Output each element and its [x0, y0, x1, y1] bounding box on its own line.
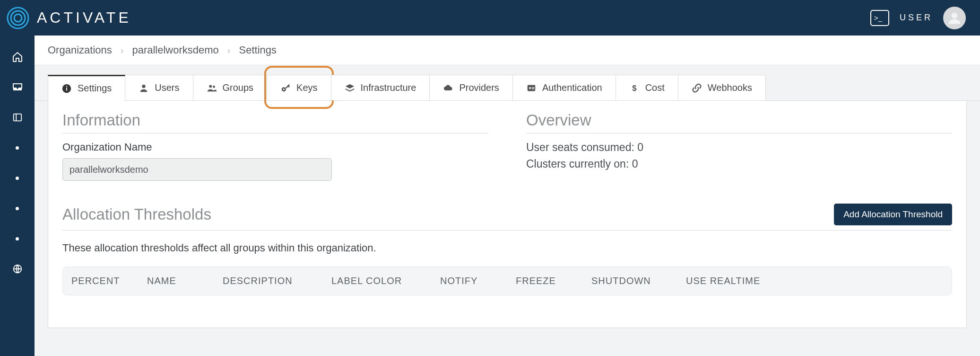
- group-icon: [207, 83, 217, 93]
- tab-label: Users: [155, 82, 179, 93]
- tab-label: Keys: [296, 82, 317, 93]
- tab-label: Providers: [459, 82, 499, 93]
- alloc-header: Allocation Thresholds Add Allocation Thr…: [62, 204, 952, 231]
- col-label-color: LABEL COLOR: [331, 276, 440, 286]
- link-icon: [692, 83, 702, 93]
- svg-point-12: [213, 85, 215, 88]
- dollar-icon: $: [629, 83, 640, 93]
- svg-point-10: [142, 84, 146, 88]
- terminal-button[interactable]: >_: [870, 10, 889, 26]
- home-icon[interactable]: [10, 50, 25, 64]
- col-percent: PERCENT: [71, 276, 147, 286]
- information-heading: Information: [62, 111, 488, 134]
- breadcrumb-settings[interactable]: Settings: [239, 44, 277, 56]
- brand-logo-icon: [7, 7, 29, 29]
- topbar: ACTIVATE >_ USER: [0, 0, 980, 36]
- badge-icon: [526, 83, 537, 93]
- layers-icon: [345, 83, 355, 93]
- cloud-icon: [443, 83, 453, 93]
- info-icon: [61, 83, 72, 94]
- svg-rect-15: [528, 85, 536, 91]
- tab-webhooks[interactable]: Webhooks: [678, 75, 766, 100]
- svg-point-16: [529, 87, 531, 89]
- tab-label: Groups: [223, 82, 254, 93]
- tab-label: Cost: [645, 82, 665, 93]
- tab-label: Settings: [78, 83, 112, 94]
- tab-cost[interactable]: $ Cost: [616, 75, 678, 100]
- svg-point-14: [283, 89, 285, 90]
- col-name: NAME: [147, 276, 223, 286]
- overview-seats-value: 0: [637, 141, 643, 153]
- breadcrumb-org[interactable]: parallelworksdemo: [132, 44, 218, 56]
- chevron-right-icon: ›: [227, 45, 231, 56]
- sidebar-dot-3[interactable]: [10, 201, 25, 215]
- col-use-realtime: USE REALTIME: [686, 276, 781, 286]
- svg-rect-18: [532, 88, 535, 89]
- svg-rect-8: [66, 88, 67, 90]
- tab-label: Webhooks: [708, 82, 752, 93]
- inbox-icon[interactable]: [10, 80, 25, 94]
- svg-point-11: [209, 85, 212, 88]
- sidebar: [0, 36, 35, 356]
- tab-label: Authentication: [542, 82, 602, 93]
- col-description: DESCRIPTION: [223, 276, 331, 286]
- svg-rect-4: [13, 114, 21, 121]
- org-name-input[interactable]: [62, 158, 332, 181]
- user-icon: [139, 83, 149, 93]
- panel-icon[interactable]: [10, 110, 25, 125]
- tab-groups[interactable]: Groups: [193, 75, 268, 100]
- overview-heading: Overview: [526, 111, 952, 134]
- tab-settings[interactable]: Settings: [48, 75, 125, 101]
- tab-label: Infrastructure: [361, 82, 416, 93]
- tab-infrastructure[interactable]: Infrastructure: [331, 75, 430, 100]
- sidebar-dot-4[interactable]: [10, 231, 25, 246]
- avatar-icon: [947, 11, 962, 25]
- tabs: Settings Users Groups Keys Infrastructur…: [35, 65, 980, 101]
- alloc-heading: Allocation Thresholds: [62, 205, 211, 223]
- svg-rect-17: [532, 87, 535, 88]
- chevron-right-icon: ›: [121, 45, 124, 56]
- user-label[interactable]: USER: [900, 13, 933, 23]
- tab-users[interactable]: Users: [125, 75, 193, 100]
- information-section: Information Organization Name: [62, 111, 488, 181]
- overview-clusters-value: 0: [632, 158, 638, 170]
- svg-point-3: [952, 12, 958, 18]
- overview-clusters: Clusters currently on: 0: [526, 158, 952, 170]
- brand: ACTIVATE: [7, 7, 131, 29]
- svg-point-2: [14, 14, 22, 22]
- topbar-right: >_ USER: [870, 7, 966, 29]
- svg-text:$: $: [632, 83, 637, 92]
- tab-authentication[interactable]: Authentication: [513, 75, 616, 100]
- sidebar-dot-2[interactable]: [10, 171, 25, 185]
- breadcrumb: Organizations › parallelworksdemo › Sett…: [35, 36, 980, 65]
- org-name-label: Organization Name: [62, 141, 488, 153]
- add-allocation-button[interactable]: Add Allocation Threshold: [834, 204, 952, 225]
- overview-clusters-label: Clusters currently on:: [526, 158, 629, 170]
- col-notify: NOTIFY: [440, 276, 516, 286]
- col-freeze: FREEZE: [516, 276, 591, 286]
- overview-seats: User seats consumed: 0: [526, 141, 952, 154]
- tab-keys[interactable]: Keys: [267, 75, 331, 100]
- breadcrumb-organizations[interactable]: Organizations: [48, 44, 112, 56]
- alloc-table-header: PERCENT NAME DESCRIPTION LABEL COLOR NOT…: [62, 267, 952, 295]
- tab-providers[interactable]: Providers: [430, 75, 512, 100]
- overview-section: Overview User seats consumed: 0 Clusters…: [526, 111, 952, 181]
- key-icon: [280, 83, 291, 93]
- sidebar-dot-1[interactable]: [10, 141, 25, 155]
- svg-point-1: [11, 11, 25, 25]
- globe-icon[interactable]: [10, 262, 25, 276]
- terminal-icon: >_: [874, 14, 882, 22]
- overview-seats-label: User seats consumed:: [526, 141, 634, 153]
- col-shutdown: SHUTDOWN: [591, 276, 686, 286]
- main: Organizations › parallelworksdemo › Sett…: [35, 36, 980, 356]
- alloc-description: These allocation thresholds affect all g…: [62, 242, 952, 254]
- brand-name: ACTIVATE: [37, 9, 131, 27]
- svg-point-9: [66, 86, 67, 87]
- avatar[interactable]: [943, 7, 966, 29]
- settings-panel: Information Organization Name Overview U…: [48, 101, 967, 328]
